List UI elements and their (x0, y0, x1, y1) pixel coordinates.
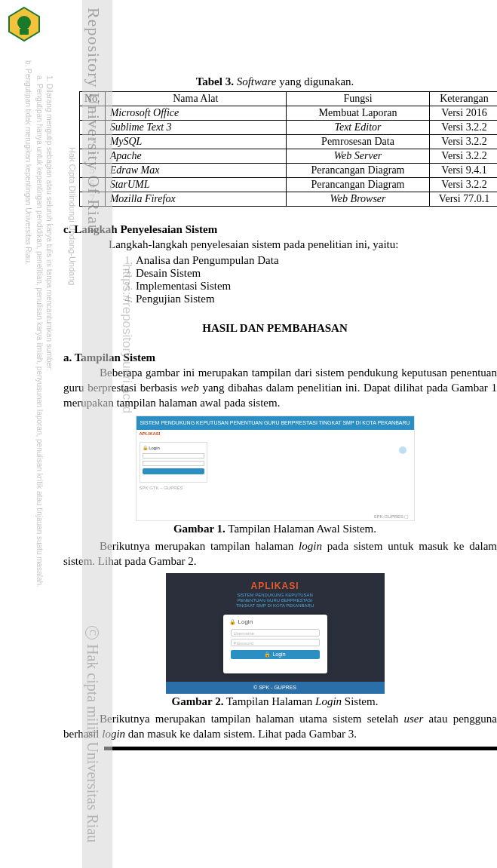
section-c: c. Langkah Penyelesaian Sistem Langkah-l… (53, 222, 497, 305)
list-item: Desain Sistem (136, 267, 497, 280)
th-fungsi: Fungsi (287, 92, 430, 106)
username-field-mini[interactable] (143, 453, 204, 459)
table-header-row: No. Nama Alat Fungsi Keterangan (80, 92, 498, 106)
svg-point-1 (17, 16, 31, 29)
decor-circle-icon (399, 446, 406, 454)
username-input[interactable]: Username (231, 629, 320, 636)
table-caption: Tabel 3. Software yang digunakan. (53, 75, 497, 88)
table-row: 4ApacheWeb ServerVersi 3.2.2 (80, 149, 498, 164)
login-heading-mini: 🔒 Login (143, 445, 204, 450)
login-panel-mini: 🔒 Login (140, 442, 207, 483)
login-button-mini[interactable] (143, 468, 204, 474)
login-card: Login Username Password 🔒 Login (223, 615, 327, 673)
table-row: 7Mozilla FirefoxWeb BrowserVersi 77.0.1 (80, 192, 498, 207)
login-button[interactable]: 🔒 Login (231, 650, 320, 659)
table-row: 6StarUMLPerancangan DiagramVersi 3.2.2 (80, 178, 498, 192)
password-field-mini[interactable] (143, 461, 204, 466)
section-c-intro: Langkah-langkah penyelesaian sistem pada… (109, 237, 497, 252)
para-tampilan: Beberapa gambar ini merupakan tampilan d… (63, 365, 497, 411)
th-no: No. (80, 92, 106, 106)
watermark-rule-b: b. Pengutipan tidak merugikan kepentinga… (24, 60, 32, 265)
steps-list: Analisa dan Pengumpulan Data Desain Sist… (118, 254, 497, 305)
login-card-head: Login (223, 615, 327, 627)
table-row: 1Microsoft OfficeMembuat LaporanVersi 20… (80, 106, 498, 121)
university-logo (6, 6, 42, 42)
section-c-heading: c. Langkah Penyelesaian Sistem (63, 222, 497, 237)
login-footer: © SPK - GUPRES (166, 682, 385, 694)
screenshot-home: SISTEM PENDUKUNG KEPUTUSAN PENENTUAN GUR… (136, 416, 415, 521)
credit-mini: SPK-GUPRES ▢ (373, 514, 409, 519)
login-brand: APLIKASI (166, 581, 385, 591)
figure-2: APLIKASI SISTEM PENDUKUNG KEPUTUSANPENEN… (53, 573, 497, 708)
figure-1: SISTEM PENDUKUNG KEPUTUSAN PENENTUAN GUR… (53, 416, 497, 535)
list-item: Pengujian Sistem (136, 293, 497, 305)
password-input[interactable]: Password (231, 639, 320, 646)
app-header-bar: SISTEM PENDUKUNG KEPUTUSAN PENENTUAN GUR… (137, 416, 414, 430)
hasil-heading: HASIL DAN PEMBAHASAN (53, 322, 497, 335)
login-brand-wrap: APLIKASI SISTEM PENDUKUNG KEPUTUSANPENEN… (166, 573, 385, 609)
screenshot-login: APLIKASI SISTEM PENDUKUNG KEPUTUSANPENEN… (166, 573, 385, 694)
figure-1-caption: Gambar 1. Tampilan Halaman Awal Sistem. (53, 523, 497, 535)
software-table: No. Nama Alat Fungsi Keterangan 1Microso… (79, 91, 497, 207)
figure-2-caption: Gambar 2. Tampilan Halaman Login Sistem. (53, 695, 497, 708)
list-item: Implementasi Sistem (136, 280, 497, 293)
section-a: a. Tampilan Sistem Beberapa gambar ini m… (53, 350, 497, 411)
para-before-fig3: Berikutnya merupakan tampilan halaman ut… (53, 711, 497, 742)
footer-note-mini: SPK GTK – GUPRES (140, 486, 183, 490)
svg-rect-2 (20, 29, 29, 35)
th-nama: Nama Alat (105, 92, 286, 106)
table-row: 5Edraw MaxPerancangan DiagramVersi 9.4.1 (80, 164, 498, 178)
table-row: 2Sublime Text 3Text EditorVersi 3.2.2 (80, 121, 498, 135)
login-subtitle: SISTEM PENDUKUNG KEPUTUSANPENENTUAN GURU… (166, 593, 385, 609)
table-row: 3MySQLPemrosesan DataVersi 3.2.2 (80, 135, 498, 149)
section-a-heading: a. Tampilan Sistem (63, 350, 497, 365)
app-brand: APLIKASI (140, 431, 161, 436)
svg-marker-0 (9, 8, 39, 41)
th-keterangan: Keterangan (430, 92, 498, 106)
page-content: Tabel 3. Software yang digunakan. No. Na… (53, 0, 497, 750)
para-before-fig2: Berikutnya merupakan tampilan halaman lo… (53, 538, 497, 569)
list-item: Analisa dan Pengumpulan Data (136, 254, 497, 267)
watermark-rule-a: a. Pengutipan hanya untuk kepentingan pe… (35, 75, 44, 587)
bottom-crop-bar (104, 747, 497, 750)
